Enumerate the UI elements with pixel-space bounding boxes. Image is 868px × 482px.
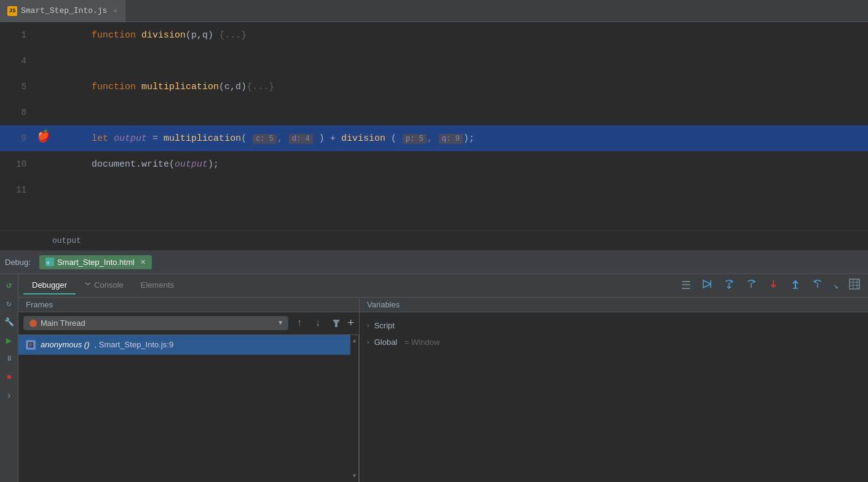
variables-list: › Script › Global = Window	[360, 312, 868, 483]
var-item-script[interactable]: › Script	[360, 317, 868, 334]
code-content-5: function multiplication(c,d){...}	[52, 71, 868, 103]
frame-item-icon-0	[26, 340, 36, 350]
var-label-1: Global	[374, 338, 398, 347]
step-over-in-icon[interactable]	[720, 277, 738, 294]
scroll-up-arrow[interactable]: ▲	[351, 335, 357, 347]
var-item-global[interactable]: › Global = Window	[360, 334, 868, 350]
refresh-sidebar-icon[interactable]: ↻	[2, 295, 17, 312]
variables-panel: Variables › Script › Global = Window	[360, 298, 868, 483]
sidebar-icons: ↺ ↻ 🔧 ▶ ⏸ ■ ›	[0, 274, 18, 483]
breakpoint-area-9[interactable]: 🍎	[34, 134, 52, 143]
code-line-5: 5 function multiplication(c,d){...}	[0, 74, 868, 100]
js-icon: JS	[7, 6, 17, 16]
menu-icon[interactable]: ☰	[679, 277, 693, 293]
svg-marker-2	[703, 280, 711, 288]
code-line-9: 9 🍎 let output = multiplication( c: 5, d…	[0, 125, 868, 151]
line-number-8: 8	[0, 108, 34, 117]
frame-list: anonymous () , Smart_Step_Into.js:9	[18, 335, 350, 483]
frame-up-btn[interactable]: ↑	[292, 316, 307, 331]
frames-vars-container: Frames Main Thread ▼ ↑ ↓ +	[18, 298, 868, 483]
frame-down-btn[interactable]: ↓	[310, 316, 325, 331]
frames-header: Frames	[18, 298, 359, 312]
line-number-1: 1	[0, 30, 34, 40]
tab-console[interactable]: Console	[76, 277, 132, 294]
thread-selector[interactable]: Main Thread ▼	[23, 316, 288, 330]
tab-label: Smart_Step_Into.js	[21, 6, 107, 15]
debug-bar: Debug: H Smart_Step_Into.html ✕	[0, 251, 868, 274]
debug-label: Debug:	[5, 258, 31, 267]
tab-bar: JS Smart_Step_Into.js ✕	[0, 0, 868, 22]
thread-dropdown-arrow: ▼	[278, 320, 282, 326]
frame-item-loc-0: , Smart_Step_Into.js:9	[94, 340, 173, 349]
frame-item-0[interactable]: anonymous () , Smart_Step_Into.js:9	[18, 335, 350, 355]
step-out-icon[interactable]	[787, 277, 804, 294]
pause-sidebar-icon[interactable]: ⏸	[2, 350, 17, 368]
more-sidebar-icon[interactable]: ›	[2, 387, 17, 405]
breakpoint-marker-9: 🍎	[39, 134, 47, 143]
output-label: output	[0, 231, 868, 251]
step-over-icon[interactable]	[743, 277, 760, 294]
debugger-tabs: Debugger Console Elements	[18, 277, 674, 294]
thread-label: Main Thread	[41, 318, 85, 328]
code-content-1: function division(p,q) {...}	[52, 22, 868, 51]
debug-tab-close[interactable]: ✕	[140, 258, 146, 266]
tab-elements[interactable]: Elements	[132, 277, 183, 294]
svg-rect-10	[850, 279, 859, 289]
svg-marker-15	[333, 320, 340, 327]
code-line-1: 1 function division(p,q) {...}	[0, 22, 868, 48]
step-into-icon[interactable]	[765, 277, 782, 294]
line-number-4: 4	[0, 56, 34, 66]
bottom-panel: ↺ ↻ 🔧 ▶ ⏸ ■ › Debugger Console Elemen	[0, 274, 868, 483]
console-icon	[84, 281, 92, 288]
var-label-0: Script	[374, 321, 395, 330]
resume-sidebar-icon[interactable]: ↺	[2, 277, 17, 294]
code-line-8: 8	[0, 100, 868, 125]
debugger-main: Debugger Console Elements ☰	[18, 274, 868, 483]
line-number-11: 11	[0, 185, 34, 195]
code-line-10: 10 document.write(output);	[0, 151, 868, 177]
thread-dot	[30, 320, 37, 327]
var-value-1: = Window	[402, 338, 440, 347]
code-content-10: document.write(output);	[52, 149, 868, 180]
table-view-icon[interactable]	[846, 277, 863, 294]
stop-sidebar-icon[interactable]: ■	[2, 369, 17, 386]
tab-close-button[interactable]: ✕	[113, 7, 117, 15]
debug-toolbar: ☰	[674, 274, 868, 297]
frame-item-name-0: anonymous ()	[41, 340, 89, 349]
line-number-10: 10	[0, 159, 34, 169]
resume-icon[interactable]	[698, 277, 716, 294]
frame-filter-btn[interactable]	[329, 316, 344, 331]
play-sidebar-icon[interactable]: ▶	[2, 332, 17, 349]
var-expand-arrow-1: ›	[367, 338, 369, 346]
tab-debugger[interactable]: Debugger	[23, 277, 76, 294]
code-editor: 1 function division(p,q) {...} 4 5 funct…	[0, 22, 868, 231]
var-expand-arrow-0: ›	[367, 322, 369, 329]
line-number-9: 9	[0, 133, 34, 143]
file-tab[interactable]: JS Smart_Step_Into.js ✕	[0, 0, 125, 22]
frame-add-btn[interactable]: +	[347, 317, 354, 330]
frames-scroll: ▲ ▼	[350, 335, 359, 483]
html-icon: H	[45, 258, 54, 266]
scroll-down-arrow[interactable]: ▼	[351, 470, 357, 482]
code-line-4: 4	[0, 48, 868, 74]
wrench-sidebar-icon[interactable]: 🔧	[2, 314, 17, 331]
code-line-11: 11	[0, 177, 868, 203]
debug-tab-label: Smart_Step_Into.html	[57, 258, 135, 267]
svg-text:H: H	[47, 261, 49, 266]
frame-list-container: anonymous () , Smart_Step_Into.js:9 ▲ ▼	[18, 335, 359, 483]
variables-header: Variables	[360, 298, 868, 312]
frames-panel: Frames Main Thread ▼ ↑ ↓ +	[18, 298, 360, 483]
debugger-tabs-row: Debugger Console Elements ☰	[18, 274, 868, 298]
debug-session-tab[interactable]: H Smart_Step_Into.html ✕	[39, 255, 152, 269]
smart-step-icon[interactable]: ↘	[831, 279, 841, 292]
step-back-icon[interactable]	[809, 277, 826, 294]
line-number-5: 5	[0, 82, 34, 92]
frames-toolbar: Main Thread ▼ ↑ ↓ +	[18, 312, 359, 335]
